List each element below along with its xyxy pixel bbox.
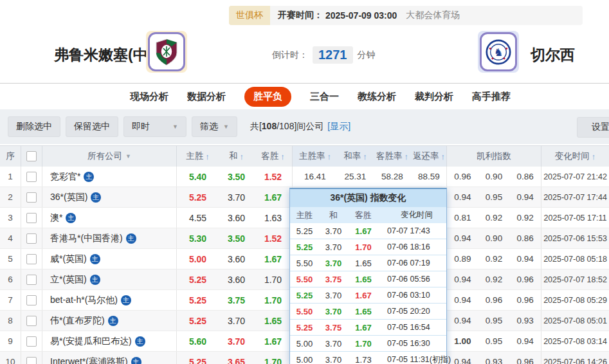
- filter-dropdown[interactable]: 筛选 ▼: [192, 116, 237, 137]
- odds-draw[interactable]: 3.50: [219, 228, 254, 248]
- kelly-away: 0.96: [509, 357, 541, 364]
- popup-header-row: 主胜和客胜变化时间: [290, 207, 446, 223]
- company-name[interactable]: 威*(英国)主: [42, 249, 177, 269]
- company-name[interactable]: 伟*(直布罗陀)主: [42, 311, 177, 331]
- change-time: 2025-07-08 05:01: [541, 311, 609, 331]
- company-name[interactable]: Interwet*(塞浦路斯)主: [42, 352, 177, 364]
- sort-up-icon[interactable]: ↑: [240, 152, 244, 161]
- select-all-checkbox[interactable]: [26, 151, 37, 161]
- company-name[interactable]: bet-at-h*(马尔他)主: [42, 290, 177, 310]
- row-checkbox-cell: [21, 269, 42, 289]
- odds-draw[interactable]: 3.50: [219, 167, 254, 187]
- odds-home[interactable]: 5.25: [177, 187, 219, 207]
- league-badge: 世俱杯: [229, 6, 270, 25]
- time-mode-value: 即时: [132, 121, 150, 132]
- sort-up-icon[interactable]: ↑: [441, 152, 446, 161]
- company-name[interactable]: 立*(英国)主: [42, 269, 177, 289]
- tab-three-in-one[interactable]: 三合一: [310, 91, 339, 103]
- odds-away[interactable]: 1.67: [254, 331, 293, 351]
- sort-up-icon[interactable]: ↑: [280, 152, 285, 161]
- odds-away[interactable]: 1.52: [254, 228, 293, 248]
- venue-name: 大都会体育场: [406, 10, 460, 21]
- home-odds-badge-icon: 主: [131, 357, 141, 364]
- popup-odds-away: 1.73: [348, 355, 379, 364]
- company-name[interactable]: 竞彩官*主: [42, 167, 177, 187]
- show-link[interactable]: [显示]: [327, 121, 350, 132]
- column-header-8: 客胜率↑: [373, 146, 412, 167]
- tab-wdl[interactable]: 胜平负: [244, 87, 291, 107]
- tab-data[interactable]: 数据分析: [187, 91, 226, 103]
- tab-live[interactable]: 现场分析: [130, 91, 168, 103]
- odds-draw[interactable]: 3.60: [219, 269, 254, 289]
- odds-home[interactable]: 5.00: [177, 249, 219, 269]
- table-row[interactable]: 1竞彩官*主5.403.501.5216.4125.3158.2888.590.…: [0, 167, 609, 187]
- odds-home[interactable]: 5.30: [177, 228, 219, 248]
- odds-away[interactable]: 1.67: [254, 187, 293, 207]
- odds-away[interactable]: 1.70: [254, 352, 293, 364]
- row-checkbox[interactable]: [26, 295, 37, 305]
- row-checkbox[interactable]: [26, 233, 37, 244]
- odds-home[interactable]: 5.60: [177, 331, 219, 351]
- delete-selected-button[interactable]: 删除选中: [8, 116, 60, 137]
- column-header-label: 和: [229, 150, 238, 162]
- row-checkbox[interactable]: [26, 275, 37, 285]
- odds-home[interactable]: 5.25: [177, 269, 219, 289]
- time-mode-dropdown[interactable]: 即时 ▼: [123, 116, 186, 137]
- column-header-11: 变化时间↑: [541, 146, 609, 167]
- odds-draw[interactable]: 3.65: [219, 352, 254, 364]
- odds-home[interactable]: 5.25: [177, 352, 219, 364]
- odds-draw[interactable]: 3.70: [219, 331, 254, 351]
- odds-away[interactable]: 1.63: [254, 208, 293, 228]
- odds-away[interactable]: 1.70: [254, 269, 293, 289]
- odds-home[interactable]: 4.55: [177, 208, 219, 228]
- sort-up-icon[interactable]: ↑: [363, 152, 367, 161]
- odds-draw[interactable]: 3.60: [219, 249, 254, 269]
- row-checkbox[interactable]: [26, 336, 37, 347]
- odds-away[interactable]: 1.52: [254, 167, 293, 187]
- tab-referee[interactable]: 裁判分析: [415, 91, 453, 103]
- company-name[interactable]: 36*(英国)主: [42, 187, 177, 207]
- odds-home[interactable]: 5.40: [177, 167, 219, 187]
- tab-coach[interactable]: 教练分析: [358, 91, 396, 103]
- odds-away[interactable]: 1.67: [254, 249, 293, 269]
- odds-home[interactable]: 5.25: [177, 290, 219, 310]
- change-time: 2025-07-06 14:26: [541, 352, 609, 364]
- odds-away[interactable]: 1.70: [254, 290, 293, 310]
- row-checkbox[interactable]: [26, 213, 37, 223]
- odds-draw[interactable]: 3.60: [219, 208, 254, 228]
- odds-away[interactable]: 1.65: [254, 311, 293, 331]
- chevron-down-icon[interactable]: ▼: [125, 153, 131, 159]
- analysis-tabs: 现场分析数据分析胜平负三合一教练分析裁判分析高手推荐: [130, 86, 511, 107]
- sort-up-icon[interactable]: ↑: [404, 152, 409, 161]
- sort-up-icon[interactable]: ↑: [592, 152, 596, 161]
- row-checkbox-cell: [21, 187, 42, 207]
- row-checkbox[interactable]: [26, 357, 37, 364]
- kelly-values: 0.940.950.93: [447, 316, 541, 325]
- company-label: 香港马*(中国香港): [50, 233, 123, 244]
- column-header-label: 客胜: [261, 150, 278, 162]
- odds-draw[interactable]: 3.70: [219, 187, 254, 207]
- popup-change-time: 07-05 20:20: [379, 307, 446, 316]
- change-time: 2025-07-07 17:44: [541, 187, 609, 207]
- row-checkbox[interactable]: [26, 254, 37, 264]
- company-name[interactable]: 香港马*(中国香港)主: [42, 228, 177, 248]
- kelly-draw: 0.96: [478, 295, 510, 305]
- row-checkbox[interactable]: [26, 316, 37, 326]
- row-checkbox[interactable]: [26, 172, 37, 182]
- keep-selected-button[interactable]: 保留选中: [66, 116, 118, 137]
- popup-odds-away: 1.65: [348, 307, 379, 316]
- sort-up-icon[interactable]: ↑: [327, 152, 332, 161]
- company-name[interactable]: 易*(安提瓜和巴布达)主: [42, 331, 177, 351]
- kelly-values: 0.940.950.94: [447, 192, 541, 202]
- sort-up-icon[interactable]: ↑: [205, 152, 210, 161]
- tab-expert[interactable]: 高手推荐: [472, 91, 511, 103]
- column-header-4: 和↑: [219, 146, 254, 167]
- company-name[interactable]: 澳*主: [42, 208, 177, 228]
- company-label: 易*(安提瓜和巴布达): [50, 336, 132, 347]
- odds-draw[interactable]: 3.75: [219, 290, 254, 310]
- settings-select-button[interactable]: 设置/选择: [577, 117, 609, 138]
- odds-home[interactable]: 5.25: [177, 311, 219, 331]
- odds-draw[interactable]: 3.70: [219, 311, 254, 331]
- row-checkbox[interactable]: [26, 192, 37, 203]
- popup-odds-home: 5.50: [290, 275, 319, 284]
